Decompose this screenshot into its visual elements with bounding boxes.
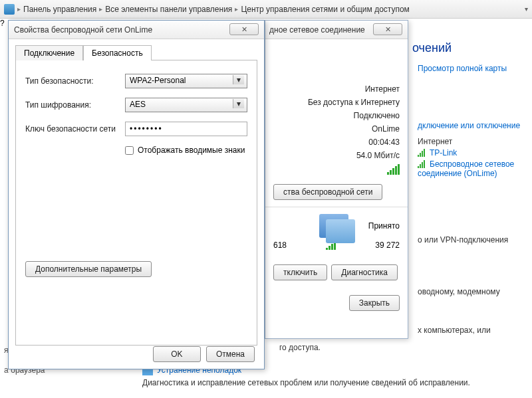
received-value: 39 272: [375, 241, 400, 250]
wireless-props-button[interactable]: ства беспроводной сети: [273, 184, 382, 200]
chevron-right-icon: ▸: [235, 5, 238, 13]
diag-text: Диагностика и исправление сетевых пробле…: [142, 378, 527, 387]
control-panel-icon: [4, 4, 15, 15]
status-value: Без доступа к Интернету: [308, 98, 400, 107]
status-value: Интернет: [365, 84, 400, 94]
view-map-link[interactable]: Просмотр полной карты: [418, 64, 531, 73]
partial-text: о или VPN-подключения: [418, 235, 508, 245]
key-input[interactable]: [125, 122, 247, 136]
tab-panel-security: Тип безопасности: WPA2-Personal Тип шифр…: [15, 60, 257, 346]
cancel-button[interactable]: Отмена: [206, 346, 255, 362]
encryption-label: Тип шифрования:: [25, 100, 125, 110]
internet-label: Интернет: [418, 137, 531, 146]
disconnect-button[interactable]: тключить: [273, 264, 327, 280]
breadcrumb: ▸ Панель управления ▸ Все элементы панел…: [0, 0, 532, 19]
breadcrumb-item[interactable]: Центр управления сетями и общим доступом: [241, 5, 410, 14]
close-button[interactable]: ✕: [229, 23, 259, 35]
partial-text: го доступа.: [279, 343, 321, 352]
properties-dialog: Свойства беспроводной сети OnLime ✕ Подк…: [8, 20, 265, 369]
close-button[interactable]: ✕: [373, 23, 402, 35]
chevron-right-icon: ▸: [99, 5, 102, 13]
security-type-label: Тип безопасности:: [25, 76, 125, 86]
wifi-icon: [418, 160, 427, 168]
security-type-combo[interactable]: WPA2-Personal: [125, 74, 247, 88]
partial-text: оводному, модемному: [418, 287, 500, 296]
received-label: Принято: [368, 221, 400, 231]
breadcrumb-item[interactable]: Все элементы панели управления: [105, 5, 232, 14]
status-speed: 54.0 Мбит/с: [356, 151, 400, 160]
signal-bars-icon: [387, 164, 400, 175]
status-ssid: OnLime: [372, 124, 400, 134]
tab-connection[interactable]: Подключение: [15, 45, 83, 60]
connect-disconnect-link[interactable]: дключение или отключение: [418, 121, 531, 130]
dialog-title: дное сетевое соединение ✕: [265, 21, 408, 39]
network-link[interactable]: TP-Link: [418, 148, 531, 157]
close-button[interactable]: Закрыть: [349, 295, 400, 311]
show-chars-label: Отображать вводимые знаки: [138, 146, 245, 155]
diagnostics-button[interactable]: Диагностика: [331, 264, 398, 280]
status-duration: 00:04:43: [368, 138, 400, 147]
breadcrumb-item[interactable]: Панель управления: [23, 5, 96, 14]
encryption-combo[interactable]: AES: [125, 98, 247, 112]
tab-strip: Подключение Безопасность: [15, 45, 264, 60]
sent-value: 618: [273, 241, 287, 250]
advanced-button[interactable]: Дополнительные параметры: [25, 261, 152, 277]
chevron-down-icon[interactable]: ▾: [525, 5, 528, 13]
dialog-title: Свойства беспроводной сети OnLime ✕: [9, 21, 264, 39]
status-value: Подключено: [354, 111, 400, 120]
wifi-icon: [418, 149, 427, 157]
network-link[interactable]: Беспроводное сетевое соединение (OnLime): [418, 159, 531, 178]
chevron-right-icon: ▸: [17, 5, 21, 13]
computers-icon: [319, 214, 348, 238]
status-dialog: дное сетевое соединение ✕ Интернет Без д…: [265, 20, 408, 339]
ok-button[interactable]: OK: [153, 346, 201, 362]
page-heading: очений: [412, 41, 452, 55]
partial-text: х компьютерах, или: [418, 326, 491, 335]
show-chars-checkbox[interactable]: [125, 146, 134, 155]
key-label: Ключ безопасности сети: [25, 124, 125, 134]
tab-security[interactable]: Безопасность: [83, 45, 152, 60]
divider: [265, 207, 408, 207]
